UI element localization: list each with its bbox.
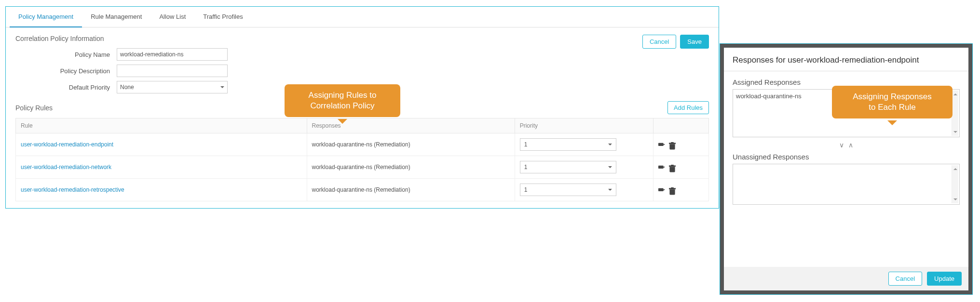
rules-table: Rule Responses Priority user-workload-re… <box>15 118 709 201</box>
svg-rect-3 <box>671 142 674 143</box>
policy-name-input[interactable] <box>117 48 228 61</box>
policy-info-title: Correlation Policy Information <box>15 35 709 42</box>
delete-icon[interactable] <box>669 142 676 147</box>
move-down-icon[interactable]: ∨ <box>839 141 844 149</box>
chevron-down-icon <box>608 166 612 168</box>
responses-icon[interactable] <box>658 165 665 170</box>
tab-bar: Policy Management Rule Management Allow … <box>6 7 719 27</box>
table-row: user-workload-remediation-networkworkloa… <box>16 156 709 179</box>
svg-rect-11 <box>671 187 674 188</box>
col-rule: Rule <box>16 118 307 133</box>
callout-assign-rules: Assigning Rules to Correlation Policy <box>285 84 400 117</box>
top-actions: Cancel Save <box>642 35 709 49</box>
callout-line: to Each Rule <box>842 102 943 113</box>
unassigned-responses-title: Unassigned Responses <box>733 153 960 161</box>
default-priority-value: None <box>120 84 134 91</box>
tab-traffic-profiles[interactable]: Traffic Profiles <box>194 7 251 27</box>
responses-dialog-title: Responses for user-workload-remediation-… <box>724 48 968 71</box>
priority-select[interactable]: 1 <box>520 184 616 196</box>
callout-line: Assigning Rules to <box>294 90 391 101</box>
delete-icon[interactable] <box>669 165 676 170</box>
svg-rect-1 <box>669 144 675 149</box>
priority-value: 1 <box>524 164 528 171</box>
tab-policy-management[interactable]: Policy Management <box>10 7 82 27</box>
responses-dialog-inner: Responses for user-workload-remediation-… <box>720 44 972 294</box>
save-button[interactable]: Save <box>680 35 709 49</box>
responses-cell: workload-quarantine-ns (Remediation) <box>307 179 515 201</box>
callout-line: Assigning Responses <box>842 92 943 102</box>
chevron-down-icon <box>220 86 224 88</box>
col-priority: Priority <box>515 118 653 133</box>
rule-link[interactable]: user-workload-remediation-retrospective <box>21 186 124 193</box>
row-actions <box>658 142 704 147</box>
policy-desc-row: Policy Description <box>15 65 709 77</box>
callout-assign-responses: Assigning Responses to Each Rule <box>832 86 953 118</box>
default-priority-label: Default Priority <box>15 84 117 91</box>
policy-name-label: Policy Name <box>15 51 117 58</box>
table-row: user-workload-remediation-endpointworklo… <box>16 133 709 156</box>
rule-link[interactable]: user-workload-remediation-endpoint <box>21 141 113 148</box>
svg-rect-7 <box>671 165 674 166</box>
responses-icon[interactable] <box>658 187 665 192</box>
priority-select[interactable]: 1 <box>520 161 616 173</box>
responses-footer: Cancel Update <box>724 267 968 290</box>
policy-name-row: Policy Name <box>15 48 709 61</box>
svg-rect-4 <box>658 166 664 169</box>
svg-rect-9 <box>669 189 675 195</box>
policy-rules-title: Policy Rules <box>15 104 53 112</box>
responses-dialog: Responses for user-workload-remediation-… <box>720 43 973 295</box>
cancel-button[interactable]: Cancel <box>888 272 922 286</box>
row-actions <box>658 165 704 170</box>
chevron-down-icon <box>608 189 612 191</box>
responses-cell: workload-quarantine-ns (Remediation) <box>307 133 515 156</box>
scrollbar[interactable] <box>952 91 958 136</box>
responses-icon[interactable] <box>658 142 665 147</box>
svg-rect-5 <box>669 167 675 172</box>
chevron-down-icon <box>608 144 612 145</box>
priority-value: 1 <box>524 141 528 148</box>
priority-value: 1 <box>524 186 528 193</box>
assigned-responses-title: Assigned Responses <box>733 78 960 86</box>
add-rules-button[interactable]: Add Rules <box>667 101 709 114</box>
default-priority-select[interactable]: None <box>117 81 228 93</box>
scrollbar[interactable] <box>952 165 958 203</box>
policy-desc-input[interactable] <box>117 65 228 77</box>
table-row: user-workload-remediation-retrospectivew… <box>16 179 709 201</box>
cancel-button[interactable]: Cancel <box>642 35 676 49</box>
priority-select[interactable]: 1 <box>520 138 616 151</box>
responses-cell: workload-quarantine-ns (Remediation) <box>307 156 515 179</box>
callout-line: Correlation Policy <box>294 101 391 111</box>
svg-rect-8 <box>658 188 664 191</box>
rule-link[interactable]: user-workload-remediation-network <box>21 164 111 171</box>
tab-rule-management[interactable]: Rule Management <box>82 7 150 27</box>
tab-allow-list[interactable]: Allow List <box>150 7 194 27</box>
update-button[interactable]: Update <box>927 272 962 286</box>
delete-icon[interactable] <box>669 187 676 192</box>
svg-rect-0 <box>658 143 664 146</box>
unassigned-responses-list[interactable] <box>733 164 960 205</box>
col-actions <box>653 118 709 133</box>
move-up-icon[interactable]: ∧ <box>848 141 853 149</box>
content: Correlation Policy Information Policy Na… <box>6 27 719 209</box>
policy-desc-label: Policy Description <box>15 67 117 75</box>
move-controls: ∨ ∧ <box>733 137 960 153</box>
row-actions <box>658 187 704 192</box>
